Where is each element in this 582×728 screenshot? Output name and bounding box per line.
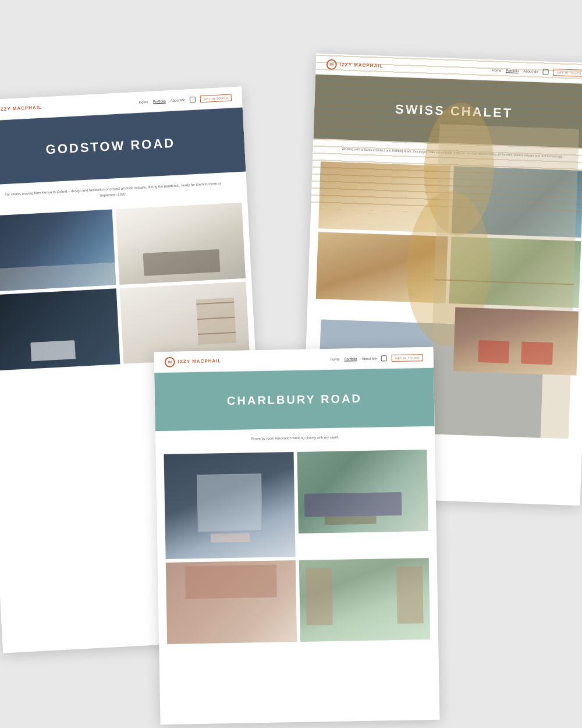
nav-home: Home [139, 100, 148, 104]
charlbury-image-grid [155, 446, 438, 647]
charlbury-lounge-image [297, 450, 428, 533]
charlbury-nav-links: Home Portfolio About Me [330, 355, 387, 362]
charlbury-road-card: IM IZZY MACPHAIL Home Portfolio About Me… [154, 347, 439, 725]
charlbury-curtain-image [166, 560, 297, 644]
charlbury-logo-circle-icon: IM [165, 356, 175, 367]
godstow-bathroom-image [0, 289, 120, 371]
charlbury-bay-image [299, 558, 430, 642]
godstow-nav-links: Home Portfolio About Me [139, 96, 196, 105]
charlbury-title: CHARLBURY ROAD [227, 392, 362, 408]
charlbury-nav-home: Home [330, 357, 339, 361]
charlbury-instagram-icon [381, 355, 387, 361]
charlbury-nav-about: About Me [361, 356, 377, 360]
nav-portfolio: Portfolio [153, 99, 166, 103]
charlbury-cta-button[interactable]: GET IN TOUCH [392, 354, 423, 362]
godstow-kitchen-image [116, 203, 246, 285]
instagram-icon [190, 96, 196, 103]
charlbury-brand-name: IZZY MACPHAIL [178, 358, 222, 364]
charlbury-logo: IM IZZY MACPHAIL [165, 356, 222, 367]
swiss-bunk-image [449, 236, 581, 308]
godstow-bay-window-image [0, 210, 116, 292]
swiss-balcony-image [453, 307, 579, 375]
charlbury-hero: CHARLBURY ROAD [154, 368, 435, 431]
charlbury-window-image [164, 452, 296, 559]
godstow-cta-button[interactable]: GET IN TOUCH [200, 94, 232, 103]
swiss-image-grid [308, 158, 582, 312]
godstow-image-grid [0, 199, 255, 375]
charlbury-nav-portfolio: Portfolio [344, 357, 357, 361]
swiss-ceiling-image [316, 232, 448, 303]
godstow-logo: IM IZZY MACPHAIL [0, 102, 42, 115]
godstow-title: GODSTOW ROAD [45, 136, 176, 158]
nav-about: About Me [171, 98, 186, 102]
godstow-brand-name: IZZY MACPHAIL [0, 105, 42, 112]
